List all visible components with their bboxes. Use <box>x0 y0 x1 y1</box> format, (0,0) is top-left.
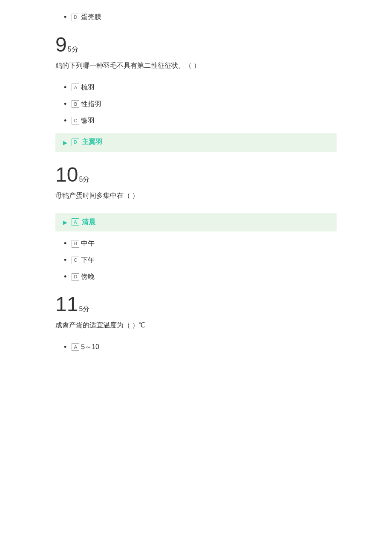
option-item-9a[interactable]: A 梳羽 <box>55 83 337 92</box>
answer-label-10a: A <box>72 218 79 226</box>
question-9-block: 9 5分 鸡的下列哪一种羽毛不具有第二性征征状。（ ） A 梳羽 B 性指羽 C… <box>55 35 337 152</box>
question-11-num-suffix: 5分 <box>79 305 89 314</box>
option-label-9a: A <box>72 84 79 91</box>
option-label-11a: A <box>72 343 79 351</box>
question-11-text: 成禽产蛋的适宜温度为（ ）℃ <box>55 320 337 331</box>
question-10-answer: ▸ A 清晨 <box>55 213 337 231</box>
question-10-number: 10 5分 <box>55 165 337 185</box>
question-11-block: 11 5分 成禽产蛋的适宜温度为（ ）℃ A 5～10 <box>55 294 337 352</box>
question-11-num-large: 11 <box>55 294 78 315</box>
option-label-10d: D <box>72 273 79 281</box>
option-text-10d: 傍晚 <box>81 272 95 281</box>
prev-d-options: D 蛋壳膜 <box>55 13 337 22</box>
option-item-10b[interactable]: B 中午 <box>55 239 337 248</box>
option-label-10b: B <box>72 240 79 248</box>
option-item-11a[interactable]: A 5～10 <box>55 343 337 352</box>
question-9-text: 鸡的下列哪一种羽毛不具有第二性征征状。（ ） <box>55 60 337 71</box>
option-label-d: D <box>72 14 79 21</box>
question-10-block: 10 5分 母鸭产蛋时间多集中在（ ） ▸ A 清晨 B 中午 C 下午 D 傍… <box>55 165 337 282</box>
question-9-num-suffix: 5分 <box>68 45 78 54</box>
answer-bullet-icon: ▸ <box>63 137 67 147</box>
option-item-9c[interactable]: C 镰羽 <box>55 116 337 125</box>
option-label-10c: C <box>72 257 79 264</box>
option-label-9c: C <box>72 117 79 124</box>
option-label-9b: B <box>72 100 79 108</box>
prev-question-d-block: D 蛋壳膜 <box>55 13 337 22</box>
option-text-10c: 下午 <box>81 256 95 265</box>
answer-bullet-icon-10: ▸ <box>63 217 67 227</box>
spacer <box>55 208 337 213</box>
option-text-9a: 梳羽 <box>81 83 95 92</box>
option-item-10c[interactable]: C 下午 <box>55 256 337 265</box>
answer-text-10a: 清晨 <box>82 218 95 227</box>
question-10-options: B 中午 C 下午 D 傍晚 <box>55 239 337 281</box>
spacer <box>55 79 337 83</box>
question-10-num-large: 10 <box>55 165 78 185</box>
answer-text-9d: 主翼羽 <box>82 138 102 147</box>
question-11-options: A 5～10 <box>55 343 337 352</box>
spacer <box>55 338 337 343</box>
question-10-num-suffix: 5分 <box>79 175 89 184</box>
page-container: D 蛋壳膜 9 5分 鸡的下列哪一种羽毛不具有第二性征征状。（ ） A 梳羽 B… <box>0 9 392 377</box>
option-text-10b: 中午 <box>81 239 95 248</box>
option-item-10d[interactable]: D 傍晚 <box>55 272 337 281</box>
option-item[interactable]: D 蛋壳膜 <box>55 13 337 22</box>
option-text-9b: 性指羽 <box>81 100 101 109</box>
answer-label-9d: D <box>72 139 79 146</box>
question-10-text: 母鸭产蛋时间多集中在（ ） <box>55 190 337 201</box>
question-9-options: A 梳羽 B 性指羽 C 镰羽 <box>55 83 337 125</box>
option-text-9c: 镰羽 <box>81 116 95 125</box>
option-item-9b[interactable]: B 性指羽 <box>55 100 337 109</box>
question-11-number: 11 5分 <box>55 294 337 315</box>
option-text-d: 蛋壳膜 <box>81 13 101 22</box>
question-9-number: 9 5分 <box>55 35 337 55</box>
question-9-num-large: 9 <box>55 35 67 55</box>
question-9-answer: ▸ D 主翼羽 <box>55 133 337 152</box>
option-text-11a: 5～10 <box>81 343 99 352</box>
